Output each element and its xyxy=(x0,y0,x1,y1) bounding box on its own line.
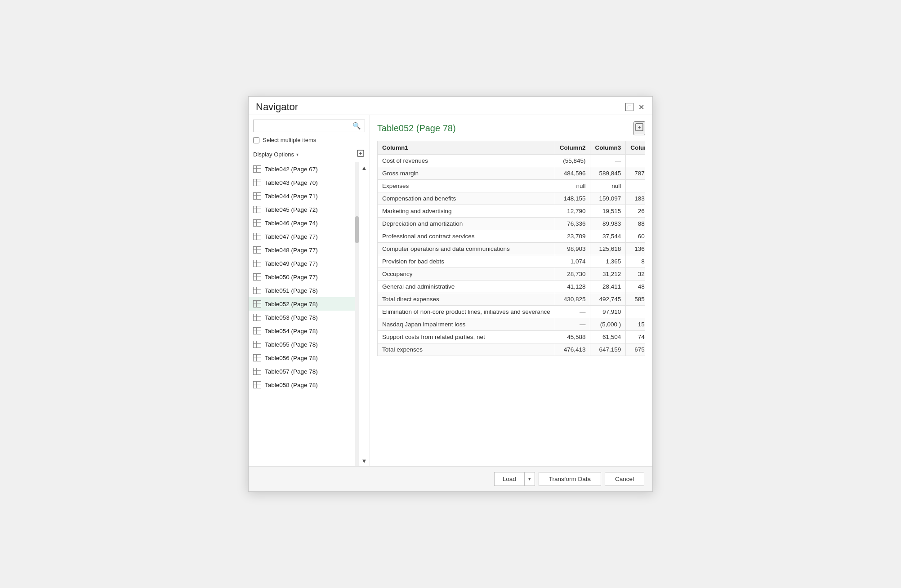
display-options-arrow: ▾ xyxy=(296,152,299,157)
table-cell: 492,745 xyxy=(590,293,626,306)
display-options-label: Display Options xyxy=(253,151,294,158)
list-item-label: Table051 (Page 78) xyxy=(265,287,318,294)
scroll-up-button[interactable]: ▲ xyxy=(359,162,370,173)
select-multiple-label: Select multiple items xyxy=(263,137,316,143)
table-row: Gross margin484,596589,845787,154 xyxy=(378,167,646,180)
table-cell: 32,367 xyxy=(626,268,645,281)
table-cell: 28,730 xyxy=(555,268,590,281)
table-cell: 183,130 xyxy=(626,192,645,205)
left-export-icon[interactable] xyxy=(356,149,365,160)
table-cell: 136,642 xyxy=(626,243,645,255)
table-row: Professional and contract services23,709… xyxy=(378,230,646,243)
table-cell: 476,413 xyxy=(555,343,590,356)
table-cell: — xyxy=(555,306,590,318)
table-row: Occupancy28,73031,21232,367 xyxy=(378,268,646,281)
display-options-button[interactable]: Display Options ▾ xyxy=(253,151,299,158)
minimize-button[interactable]: □ xyxy=(625,103,633,111)
table-cell: 89,983 xyxy=(590,218,626,230)
list-item[interactable]: Table057 (Page 78) xyxy=(249,365,355,378)
table-row: Depreciation and amortization76,33689,98… xyxy=(378,218,646,230)
list-item[interactable]: Table051 (Page 78) xyxy=(249,284,355,297)
table-list-icon xyxy=(253,273,261,281)
table-cell: General and administrative xyxy=(378,281,555,293)
search-input[interactable] xyxy=(254,120,349,132)
cancel-button[interactable]: Cancel xyxy=(605,472,644,486)
column-header: Column2 xyxy=(555,141,590,155)
list-item[interactable]: Table049 (Page 77) xyxy=(249,257,355,270)
list-item[interactable]: Table054 (Page 78) xyxy=(249,324,355,338)
table-cell: 12,790 xyxy=(555,205,590,218)
table-cell: 585,131 xyxy=(626,293,645,306)
table-list-icon xyxy=(253,165,261,173)
list-item-label: Table042 (Page 67) xyxy=(265,166,318,173)
list-item[interactable]: Table043 (Page 70) xyxy=(249,176,355,189)
table-cell: 1,365 xyxy=(590,255,626,268)
table-cell: Gross margin xyxy=(378,167,555,180)
table-list-icon xyxy=(253,341,261,348)
list-item[interactable]: Table052 (Page 78) xyxy=(249,297,355,311)
table-cell: 74,968 xyxy=(626,331,645,343)
table-cell: 15,208 xyxy=(626,318,645,331)
preview-export-button[interactable] xyxy=(633,121,645,135)
table-cell: 19,515 xyxy=(590,205,626,218)
search-icon: 🔍 xyxy=(349,120,365,132)
table-cell: 28,411 xyxy=(590,281,626,293)
table-cell: 98,903 xyxy=(555,243,590,255)
table-cell: 76,336 xyxy=(555,218,590,230)
table-cell: 61,504 xyxy=(590,331,626,343)
list-item[interactable]: Table042 (Page 67) xyxy=(249,162,355,176)
load-dropdown-button[interactable]: ▾ xyxy=(525,472,535,486)
list-item[interactable]: Table044 (Page 71) xyxy=(249,189,355,203)
close-button[interactable]: ✕ xyxy=(637,103,645,111)
list-item-label: Table055 (Page 78) xyxy=(265,341,318,348)
table-cell: 148,155 xyxy=(555,192,590,205)
list-item-label: Table053 (Page 78) xyxy=(265,314,318,321)
column-header: Column1 xyxy=(378,141,555,155)
list-item[interactable]: Table046 (Page 74) xyxy=(249,216,355,230)
left-panel: 🔍 Select multiple items Display Options … xyxy=(249,115,370,466)
table-list-icon xyxy=(253,260,261,267)
table-cell: null xyxy=(590,180,626,192)
list-item[interactable]: Table053 (Page 78) xyxy=(249,311,355,324)
list-item-label: Table049 (Page 77) xyxy=(265,260,318,267)
table-row: Nasdaq Japan impairment loss—(5,000 )15,… xyxy=(378,318,646,331)
main-content: 🔍 Select multiple items Display Options … xyxy=(249,115,652,466)
window-controls: □ ✕ xyxy=(625,103,645,111)
preview-title: Table052 (Page 78) xyxy=(377,123,456,134)
list-item[interactable]: Table047 (Page 77) xyxy=(249,230,355,243)
table-cell: Total expenses xyxy=(378,343,555,356)
list-item[interactable]: Table056 (Page 78) xyxy=(249,351,355,365)
list-item-label: Table048 (Page 77) xyxy=(265,247,318,254)
list-item-label: Table057 (Page 78) xyxy=(265,368,318,375)
list-item-label: Table045 (Page 72) xyxy=(265,206,318,213)
table-cell: 675,307 xyxy=(626,343,645,356)
table-row: General and administrative41,12828,41148… xyxy=(378,281,646,293)
list-item-label: Table052 (Page 78) xyxy=(265,301,318,307)
load-button[interactable]: Load xyxy=(495,472,525,486)
table-list-icon xyxy=(253,300,261,307)
list-item[interactable]: Table048 (Page 77) xyxy=(249,243,355,257)
dialog-title: Navigator xyxy=(256,101,298,113)
list-item-label: Table056 (Page 78) xyxy=(265,355,318,361)
scrollbar-thumb[interactable] xyxy=(355,216,359,243)
table-list: Table042 (Page 67) Table043 (Page 70) Ta… xyxy=(249,162,355,466)
preview-table: Column1Column2Column3Column4Cost of reve… xyxy=(377,141,645,356)
scroll-down-button[interactable]: ▼ xyxy=(359,455,370,466)
list-item[interactable]: Table055 (Page 78) xyxy=(249,338,355,351)
table-cell: 430,825 xyxy=(555,293,590,306)
table-cell: 787,154 xyxy=(626,167,645,180)
table-cell: 48,634 xyxy=(626,281,645,293)
list-item-label: Table044 (Page 71) xyxy=(265,193,318,200)
list-item[interactable]: Table058 (Page 78) xyxy=(249,378,355,392)
list-item-label: Table047 (Page 77) xyxy=(265,233,318,240)
list-item[interactable]: Table045 (Page 72) xyxy=(249,203,355,216)
table-cell: 8,426 xyxy=(626,255,645,268)
column-header: Column3 xyxy=(590,141,626,155)
table-row: Support costs from related parties, net4… xyxy=(378,331,646,343)
select-multiple-checkbox[interactable] xyxy=(253,137,259,143)
list-item[interactable]: Table050 (Page 77) xyxy=(249,270,355,284)
table-list-icon xyxy=(253,192,261,200)
transform-data-button[interactable]: Transform Data xyxy=(539,472,601,486)
table-cell: 159,097 xyxy=(590,192,626,205)
table-cell: — xyxy=(626,155,645,167)
